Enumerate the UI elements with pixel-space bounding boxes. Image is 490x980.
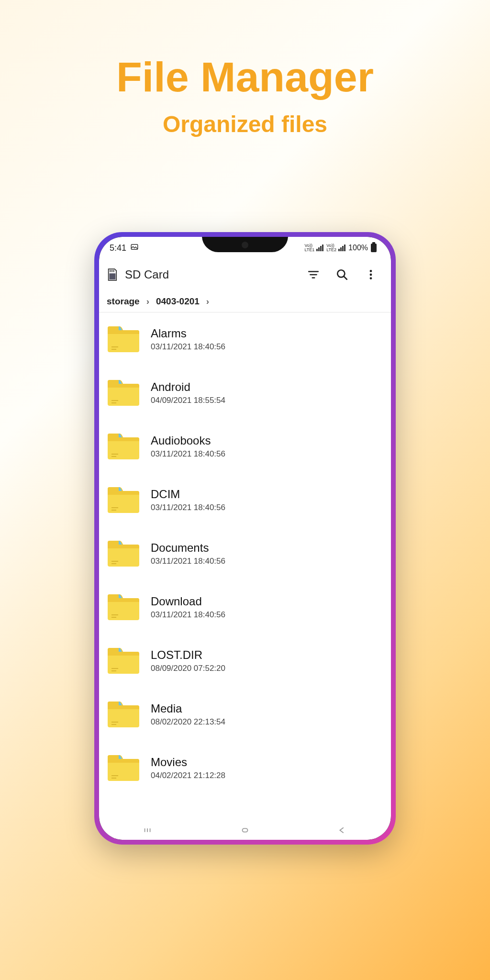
phone-inner: 5:41 Vo))LTE1 Vo))LTE2 100% — [99, 237, 391, 840]
svg-rect-15 — [111, 507, 118, 508]
svg-rect-13 — [111, 454, 118, 455]
folder-name: DCIM — [151, 488, 225, 501]
folder-date: 03/11/2021 18:40:56 — [151, 610, 225, 620]
folder-icon — [107, 593, 140, 621]
svg-rect-11 — [111, 400, 118, 401]
folder-date: 03/11/2021 18:40:56 — [151, 342, 225, 352]
svg-rect-22 — [111, 670, 116, 671]
folder-name: Alarms — [151, 327, 225, 340]
android-nav-bar — [99, 821, 391, 840]
file-info: Documents03/11/2021 18:40:56 — [151, 541, 225, 566]
chevron-right-icon: › — [142, 296, 154, 307]
file-list[interactable]: Alarms03/11/2021 18:40:56 Android04/09/2… — [99, 312, 391, 821]
svg-rect-16 — [111, 510, 116, 511]
svg-rect-2 — [111, 270, 112, 272]
svg-rect-18 — [111, 563, 116, 564]
svg-rect-20 — [111, 617, 116, 618]
folder-name: Audiobooks — [151, 434, 225, 447]
folder-item[interactable]: Download03/11/2021 18:40:56 — [99, 580, 391, 634]
folder-icon — [107, 325, 140, 353]
more-options-button[interactable] — [360, 264, 381, 285]
promo-title: File Manager — [0, 53, 490, 101]
folder-icon — [107, 754, 140, 782]
network-indicator-1: Vo))LTE1 — [304, 244, 323, 252]
svg-rect-12 — [111, 402, 116, 403]
file-info: DCIM03/11/2021 18:40:56 — [151, 488, 225, 512]
file-info: Movies04/02/2021 21:12:28 — [151, 756, 225, 780]
folder-name: Android — [151, 380, 225, 394]
file-info: LOST.DIR08/09/2020 07:52:20 — [151, 648, 225, 673]
folder-name: LOST.DIR — [151, 648, 225, 662]
file-info: Audiobooks03/11/2021 18:40:56 — [151, 434, 225, 459]
network-indicator-2: Vo))LTE2 — [326, 244, 345, 252]
folder-date: 03/11/2021 18:40:56 — [151, 503, 225, 512]
nav-back-button[interactable] — [337, 825, 347, 835]
folder-date: 04/02/2021 21:12:28 — [151, 771, 225, 780]
folder-item[interactable]: Documents03/11/2021 18:40:56 — [99, 527, 391, 580]
chevron-right-icon: › — [201, 296, 214, 307]
folder-icon — [107, 379, 140, 407]
svg-rect-24 — [111, 724, 116, 725]
status-left: 5:41 — [110, 243, 139, 254]
toolbar: SD Card — [99, 259, 391, 290]
folder-item[interactable]: Audiobooks03/11/2021 18:40:56 — [99, 420, 391, 473]
svg-rect-27 — [242, 828, 247, 832]
promo-subtitle: Organized files — [0, 111, 490, 137]
svg-rect-10 — [111, 349, 116, 350]
svg-point-7 — [370, 274, 372, 276]
file-info: Android04/09/2021 18:55:54 — [151, 380, 225, 405]
folder-icon — [107, 540, 140, 568]
folder-item[interactable]: Alarms03/11/2021 18:40:56 — [99, 312, 391, 366]
folder-date: 08/09/2020 07:52:20 — [151, 664, 225, 673]
svg-rect-23 — [111, 722, 118, 723]
status-right: Vo))LTE1 Vo))LTE2 100% — [304, 244, 377, 252]
svg-rect-17 — [111, 561, 118, 562]
svg-rect-14 — [111, 456, 116, 457]
svg-rect-26 — [111, 778, 116, 779]
folder-name: Download — [151, 595, 225, 608]
folder-name: Media — [151, 702, 225, 715]
file-info: Media08/02/2020 22:13:54 — [151, 702, 225, 727]
nav-recent-button[interactable] — [143, 825, 153, 835]
phone-notch — [202, 237, 288, 252]
folder-name: Documents — [151, 541, 225, 555]
folder-item[interactable]: DCIM03/11/2021 18:40:56 — [99, 473, 391, 527]
breadcrumb-item-id[interactable]: 0403-0201 — [154, 296, 201, 307]
folder-date: 03/11/2021 18:40:56 — [151, 557, 225, 566]
folder-name: Movies — [151, 756, 225, 769]
folder-item[interactable]: LOST.DIR08/09/2020 07:52:20 — [99, 634, 391, 688]
folder-date: 08/02/2020 22:13:54 — [151, 717, 225, 727]
phone-screen: 5:41 Vo))LTE1 Vo))LTE2 100% — [99, 237, 391, 840]
phone-frame: 5:41 Vo))LTE1 Vo))LTE2 100% — [94, 232, 396, 845]
folder-icon — [107, 486, 140, 514]
file-info: Alarms03/11/2021 18:40:56 — [151, 327, 225, 352]
svg-rect-25 — [111, 775, 118, 776]
folder-item[interactable]: Android04/09/2021 18:55:54 — [99, 366, 391, 420]
svg-point-6 — [370, 270, 372, 272]
battery-percentage: 100% — [348, 244, 368, 252]
svg-rect-9 — [111, 346, 118, 347]
nav-home-button[interactable] — [240, 825, 250, 835]
search-button[interactable] — [332, 264, 353, 285]
folder-icon — [107, 647, 140, 675]
battery-icon — [371, 244, 377, 252]
folder-item[interactable]: Movies04/02/2021 21:12:28 — [99, 741, 391, 795]
svg-rect-21 — [111, 668, 118, 669]
folder-icon — [107, 701, 140, 728]
svg-rect-1 — [110, 270, 111, 272]
folder-icon — [107, 433, 140, 460]
status-time: 5:41 — [110, 243, 126, 253]
svg-rect-3 — [113, 270, 114, 272]
folder-date: 03/11/2021 18:40:56 — [151, 449, 225, 459]
breadcrumb-item-storage[interactable]: storage — [105, 296, 142, 307]
folder-item[interactable]: Media08/02/2020 22:13:54 — [99, 688, 391, 741]
svg-point-8 — [370, 277, 372, 279]
toolbar-title: SD Card — [125, 268, 295, 281]
svg-rect-19 — [111, 614, 118, 615]
sdcard-icon — [107, 268, 117, 281]
breadcrumb: storage › 0403-0201 › — [99, 290, 391, 312]
svg-rect-4 — [110, 273, 116, 279]
picture-icon — [130, 243, 139, 254]
file-info: Download03/11/2021 18:40:56 — [151, 595, 225, 620]
filter-button[interactable] — [303, 264, 324, 285]
